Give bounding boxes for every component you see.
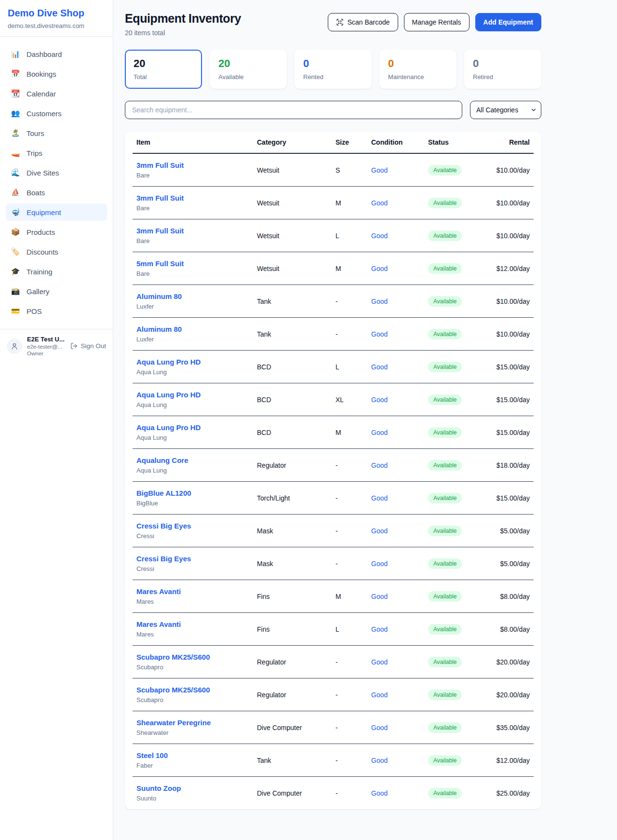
category-cell: Tank — [253, 318, 332, 351]
item-name-link[interactable]: Aqua Lung Pro HD — [136, 391, 249, 399]
category-cell: Dive Computer — [253, 711, 332, 744]
condition-link[interactable]: Good — [371, 691, 388, 699]
condition-link[interactable]: Good — [371, 658, 388, 666]
status-badge: Available — [428, 296, 462, 307]
diving-mask-icon: 🤿 — [11, 208, 20, 217]
item-name-link[interactable]: Aqua Lung Pro HD — [136, 358, 249, 366]
rental-cell: $8.00/day — [482, 580, 534, 613]
item-name-link[interactable]: 3mm Full Suit — [136, 161, 249, 169]
rental-price: $15.00/day — [496, 429, 530, 436]
item-name-link[interactable]: Suunto Zoop — [136, 784, 249, 792]
item-name-link[interactable]: BigBlue AL1200 — [136, 489, 249, 497]
stat-card-retired[interactable]: 0 Retired — [464, 50, 541, 89]
rental-price: $5.00/day — [500, 560, 530, 568]
item-brand: Scubapro — [136, 696, 249, 704]
status-cell: Available — [424, 744, 482, 777]
table-header-row: Item Category Size Condition Status Rent… — [133, 132, 534, 153]
item-name-link[interactable]: Aqualung Core — [136, 456, 249, 464]
condition-cell: Good — [367, 482, 424, 515]
item-name-link[interactable]: Mares Avanti — [136, 587, 249, 596]
item-name-link[interactable]: 5mm Full Suit — [136, 259, 249, 268]
condition-cell: Good — [367, 711, 424, 744]
scan-barcode-button[interactable]: Scan Barcode — [328, 13, 398, 31]
item-name-link[interactable]: Aqua Lung Pro HD — [136, 423, 249, 432]
size-cell: - — [332, 777, 367, 810]
condition-link[interactable]: Good — [371, 429, 388, 436]
condition-link[interactable]: Good — [371, 166, 388, 174]
item-name-link[interactable]: 3mm Full Suit — [136, 227, 249, 235]
stat-card-maintenance[interactable]: 0 Maintenance — [379, 50, 456, 89]
category-cell: Tank — [253, 285, 332, 318]
condition-cell: Good — [367, 153, 424, 187]
sidebar-item-products[interactable]: 📦Products — [6, 223, 107, 241]
condition-link[interactable]: Good — [371, 396, 388, 404]
item-name-link[interactable]: Mares Avanti — [136, 620, 249, 628]
add-equipment-button[interactable]: Add Equipment — [475, 13, 541, 31]
sign-out-button[interactable]: Sign Out — [70, 342, 106, 350]
item-name-link[interactable]: Cressi Big Eyes — [136, 522, 249, 530]
sidebar-item-discounts[interactable]: 🏷️Discounts — [6, 243, 107, 260]
sidebar-item-boats[interactable]: ⛵Boats — [6, 184, 107, 201]
stat-label-maintenance: Maintenance — [388, 73, 448, 81]
rental-price: $15.00/day — [496, 396, 530, 404]
rental-price: $15.00/day — [496, 494, 530, 502]
condition-link[interactable]: Good — [371, 330, 388, 338]
size-cell: L — [332, 613, 367, 646]
sidebar-item-pos[interactable]: 💳POS — [6, 302, 107, 320]
category-select[interactable]: All Categories — [470, 101, 541, 119]
condition-link[interactable]: Good — [371, 461, 388, 469]
sidebar-item-trips[interactable]: 🚤Trips — [6, 144, 107, 162]
rental-price: $12.00/day — [496, 757, 530, 764]
condition-link[interactable]: Good — [371, 757, 388, 764]
size-cell: - — [332, 515, 367, 547]
size-cell: M — [332, 416, 367, 449]
user-icon — [11, 342, 18, 350]
item-name-link[interactable]: Shearwater Peregrine — [136, 718, 249, 727]
stat-value-total: 20 — [134, 57, 193, 70]
stat-card-available[interactable]: 20 Available — [210, 50, 287, 89]
condition-link[interactable]: Good — [371, 527, 388, 535]
condition-link[interactable]: Good — [371, 724, 388, 732]
rental-cell: $35.00/day — [482, 711, 534, 744]
condition-link[interactable]: Good — [371, 199, 388, 207]
condition-link[interactable]: Good — [371, 593, 388, 600]
condition-link[interactable]: Good — [371, 789, 388, 797]
sidebar-item-customers[interactable]: 👥Customers — [6, 105, 107, 122]
condition-link[interactable]: Good — [371, 232, 388, 240]
status-cell: Available — [424, 580, 482, 613]
item-cell: Aluminum 80 Luxfer — [133, 285, 253, 318]
item-name-link[interactable]: Scubapro MK25/S600 — [136, 686, 249, 694]
condition-link[interactable]: Good — [371, 265, 388, 272]
sidebar-item-equipment[interactable]: 🤿Equipment — [6, 203, 107, 221]
sidebar-item-calendar[interactable]: 📆Calendar — [6, 85, 107, 102]
item-name-link[interactable]: Scubapro MK25/S600 — [136, 653, 249, 661]
item-name-link[interactable]: Cressi Big Eyes — [136, 555, 249, 563]
sidebar-item-bookings[interactable]: 📅Bookings — [6, 65, 107, 82]
item-name-link[interactable]: 3mm Full Suit — [136, 194, 249, 202]
item-name-link[interactable]: Aluminum 80 — [136, 292, 249, 300]
rental-cell: $12.00/day — [482, 252, 534, 285]
sidebar-item-dive-sites[interactable]: 🌊Dive Sites — [6, 164, 107, 181]
condition-link[interactable]: Good — [371, 560, 388, 568]
stat-card-total[interactable]: 20 Total — [125, 50, 202, 89]
category-cell: Dive Computer — [253, 777, 332, 810]
sidebar-item-gallery[interactable]: 📸Gallery — [6, 283, 107, 300]
table-row: Mares Avanti Mares Fins M Good Available… — [133, 580, 534, 613]
rental-price: $10.00/day — [496, 232, 530, 240]
condition-link[interactable]: Good — [371, 298, 388, 305]
sidebar-item-tours[interactable]: 🏝️Tours — [6, 124, 107, 142]
sidebar-item-training[interactable]: 🎓Training — [6, 263, 107, 280]
condition-link[interactable]: Good — [371, 363, 388, 371]
condition-link[interactable]: Good — [371, 625, 388, 633]
dashboard-icon: 📊 — [11, 50, 20, 58]
item-name-link[interactable]: Steel 100 — [136, 751, 249, 759]
search-input[interactable] — [125, 101, 462, 119]
manage-rentals-button[interactable]: Manage Rentals — [404, 13, 469, 31]
condition-cell: Good — [367, 777, 424, 810]
item-name-link[interactable]: Aluminum 80 — [136, 325, 249, 333]
condition-link[interactable]: Good — [371, 494, 388, 502]
stat-card-rented[interactable]: 0 Rented — [295, 50, 372, 89]
item-brand: Mares — [136, 631, 249, 638]
credit-card-icon: 💳 — [11, 307, 20, 315]
sidebar-item-dashboard[interactable]: 📊Dashboard — [6, 45, 107, 63]
